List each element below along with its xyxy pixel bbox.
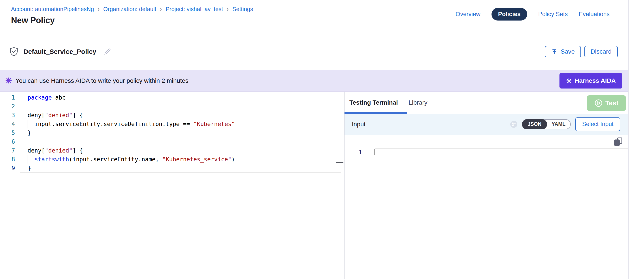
- line-content: [20, 102, 341, 111]
- input-controls: JSON YAML Select Input: [510, 118, 620, 131]
- input-line-number: 1: [353, 148, 362, 156]
- code-segment: "Kubernetes_service": [162, 156, 232, 163]
- code-segment: ): [232, 156, 235, 163]
- testing-panel: Testing TerminalLibrary Test Input: [344, 92, 628, 279]
- code-line[interactable]: 7deny["denied"] {: [0, 146, 344, 155]
- line-number: 5: [0, 128, 20, 137]
- copy-icon[interactable]: [614, 138, 622, 146]
- breadcrumb-separator-icon: ›: [227, 6, 229, 12]
- code-segment: deny[: [28, 112, 45, 118]
- indent-guide: [28, 155, 28, 164]
- code-segment: startswith: [34, 156, 69, 163]
- code-segment: (input.serviceEntity.name,: [69, 156, 162, 163]
- line-content: deny["denied"] {: [20, 111, 341, 120]
- play-circle-icon: [594, 99, 603, 107]
- code-segment: deny[: [28, 147, 45, 154]
- input-editor-line[interactable]: 1: [344, 148, 628, 156]
- save-button[interactable]: Save: [545, 46, 581, 58]
- code-segment: "denied": [45, 147, 72, 154]
- aida-flower-icon: ❋: [566, 77, 572, 85]
- code-segment: "Kubernetes": [193, 121, 235, 127]
- branch-icon: [510, 121, 517, 128]
- input-bar: Input JSON YAML Se: [344, 114, 628, 135]
- edit-name-icon[interactable]: [103, 48, 111, 56]
- code-segment: ] {: [72, 147, 83, 154]
- select-input-button[interactable]: Select Input: [575, 118, 620, 131]
- breadcrumb-item[interactable]: Project: vishal_av_test: [166, 6, 223, 12]
- line-content: }: [20, 164, 341, 172]
- overview-ruler-cursor-marker: [336, 162, 344, 163]
- policy-bar: Default_Service_Policy Save: [0, 33, 628, 70]
- nav-tab-policy-sets[interactable]: Policy Sets: [538, 11, 568, 18]
- code-segment: }: [28, 165, 31, 172]
- input-editor[interactable]: 1: [344, 135, 628, 279]
- main-split: 1package abc23deny["denied"] {4 input.se…: [0, 92, 628, 279]
- line-number: 2: [0, 102, 20, 111]
- nav-tab-overview[interactable]: Overview: [456, 11, 480, 18]
- test-button[interactable]: Test: [587, 95, 626, 111]
- code-line[interactable]: 9}: [0, 164, 344, 172]
- code-segment: [28, 156, 34, 163]
- line-number: 3: [0, 111, 20, 120]
- active-tab-underline: [344, 112, 407, 114]
- policy-app: Account: automationPipelinesNg›Organizat…: [0, 0, 628, 279]
- policy-code-editor[interactable]: 1package abc23deny["denied"] {4 input.se…: [0, 92, 344, 279]
- policy-name: Default_Service_Policy: [24, 48, 96, 56]
- code-line[interactable]: 3deny["denied"] {: [0, 111, 344, 120]
- harness-aida-button[interactable]: ❋ Harness AIDA: [560, 73, 622, 88]
- code-line[interactable]: 5}: [0, 128, 344, 137]
- line-content: package abc: [20, 93, 341, 102]
- policy-code-lines: 1package abc23deny["denied"] {4 input.se…: [0, 93, 344, 172]
- code-segment: abc: [52, 94, 66, 101]
- breadcrumb-item[interactable]: Organization: default: [103, 6, 156, 12]
- format-toggle[interactable]: JSON YAML: [522, 119, 571, 129]
- line-number: 1: [0, 93, 20, 102]
- app-header: Account: automationPipelinesNg›Organizat…: [0, 0, 628, 33]
- code-segment: ] {: [72, 112, 83, 118]
- nav-tab-evaluations[interactable]: Evaluations: [579, 11, 610, 18]
- save-label: Save: [560, 48, 575, 55]
- code-segment: input.serviceEntity.serviceDefinition.ty…: [28, 121, 193, 127]
- breadcrumb-item[interactable]: Account: automationPipelinesNg: [11, 6, 94, 12]
- line-number: 7: [0, 146, 20, 155]
- aida-banner-message: You can use Harness AIDA to write your p…: [16, 77, 188, 84]
- line-content: startswith(input.serviceEntity.name, "Ku…: [20, 155, 341, 164]
- line-content: input.serviceEntity.serviceDefinition.ty…: [20, 120, 341, 128]
- line-content: deny["denied"] {: [20, 146, 341, 155]
- nav-tab-policies[interactable]: Policies: [492, 8, 527, 20]
- breadcrumb-item[interactable]: Settings: [232, 6, 253, 12]
- input-label: Input: [352, 121, 366, 128]
- terminal-tabs: Testing TerminalLibrary: [349, 99, 427, 106]
- tab-library[interactable]: Library: [408, 99, 428, 106]
- input-line-content[interactable]: [375, 148, 628, 156]
- code-line[interactable]: 6: [0, 137, 344, 146]
- select-input-label: Select Input: [582, 121, 614, 128]
- discard-button[interactable]: Discard: [584, 46, 618, 58]
- policy-actions: Save Discard: [545, 46, 618, 58]
- code-segment: }: [28, 130, 31, 136]
- indent-guide: [28, 120, 28, 128]
- aida-flower-icon: ❋: [5, 77, 12, 85]
- code-line[interactable]: 8 startswith(input.serviceEntity.name, "…: [0, 155, 344, 164]
- line-content: }: [20, 128, 341, 137]
- line-number: 6: [0, 137, 20, 146]
- nav-tabs: OverviewPoliciesPolicy SetsEvaluations: [456, 8, 610, 20]
- aida-banner: ❋ You can use Harness AIDA to write your…: [0, 70, 628, 92]
- terminal-tab-bar: Testing TerminalLibrary Test: [344, 92, 628, 114]
- code-line[interactable]: 2: [0, 102, 344, 111]
- tab-testing-terminal[interactable]: Testing Terminal: [349, 99, 398, 106]
- code-line[interactable]: 4 input.serviceEntity.serviceDefinition.…: [0, 120, 344, 128]
- text-cursor: [374, 149, 375, 156]
- code-line[interactable]: 1package abc: [0, 93, 344, 102]
- line-content: [20, 137, 341, 146]
- page: Account: automationPipelinesNg›Organizat…: [0, 0, 644, 279]
- code-segment: package: [28, 94, 52, 101]
- test-button-label: Test: [606, 99, 618, 107]
- shield-check-icon: [10, 47, 18, 56]
- line-number: 8: [0, 155, 20, 164]
- format-option-yaml[interactable]: YAML: [547, 120, 570, 129]
- format-option-json[interactable]: JSON: [522, 119, 547, 129]
- breadcrumb-separator-icon: ›: [98, 6, 100, 12]
- policy-identity: Default_Service_Policy: [10, 47, 111, 56]
- code-segment: "denied": [45, 112, 72, 118]
